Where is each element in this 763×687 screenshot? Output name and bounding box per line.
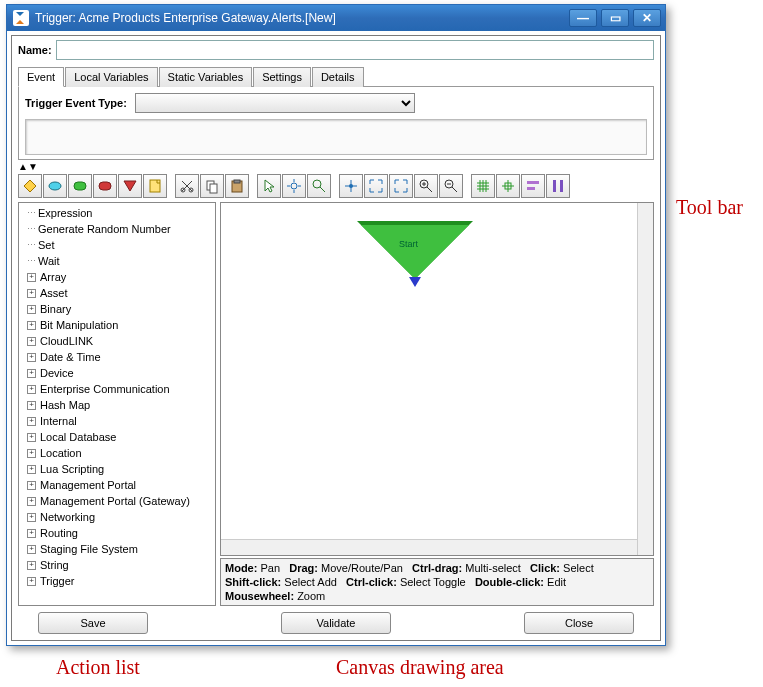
expand-icon[interactable]: + xyxy=(27,481,36,490)
expand-icon[interactable]: + xyxy=(27,417,36,426)
collapse-toggle[interactable]: ▲▼ xyxy=(18,162,654,172)
tab-local-variables[interactable]: Local Variables xyxy=(65,67,157,87)
save-button[interactable]: Save xyxy=(38,612,148,634)
tree-item-label: Management Portal xyxy=(40,479,136,491)
expand-icon[interactable]: + xyxy=(27,561,36,570)
category-date-time[interactable]: +Date & Time xyxy=(21,349,213,365)
shape-ellipse-button[interactable] xyxy=(43,174,67,198)
category-routing[interactable]: +Routing xyxy=(21,525,213,541)
center-button[interactable] xyxy=(339,174,363,198)
name-input[interactable] xyxy=(56,40,654,60)
zoom-tool-button[interactable] xyxy=(307,174,331,198)
expand-icon[interactable]: + xyxy=(27,337,36,346)
zoom-in-button[interactable] xyxy=(414,174,438,198)
tab-details[interactable]: Details xyxy=(312,67,364,87)
svg-rect-22 xyxy=(527,181,539,184)
minimize-button[interactable]: — xyxy=(569,9,597,27)
category-location[interactable]: +Location xyxy=(21,445,213,461)
tree-leaf-icon: ⋯ xyxy=(27,256,35,266)
action-set[interactable]: ⋯Set xyxy=(21,237,213,253)
start-node[interactable] xyxy=(361,225,469,279)
category-array[interactable]: +Array xyxy=(21,269,213,285)
expand-icon[interactable]: + xyxy=(27,369,36,378)
expand-icon[interactable]: + xyxy=(27,289,36,298)
shape-page-button[interactable] xyxy=(143,174,167,198)
fit-selection-button[interactable] xyxy=(389,174,413,198)
scissors-button[interactable] xyxy=(175,174,199,198)
tree-item-label: Wait xyxy=(38,255,60,267)
shape-roundrect-red-button[interactable] xyxy=(93,174,117,198)
action-expression[interactable]: ⋯Expression xyxy=(21,205,213,221)
canvas-vscrollbar[interactable] xyxy=(637,203,653,555)
tab-settings[interactable]: Settings xyxy=(253,67,311,87)
category-management-portal[interactable]: +Management Portal xyxy=(21,477,213,493)
pan-tool-button[interactable] xyxy=(282,174,306,198)
copy-button[interactable] xyxy=(200,174,224,198)
expand-icon[interactable]: + xyxy=(27,577,36,586)
category-internal[interactable]: +Internal xyxy=(21,413,213,429)
align-button[interactable] xyxy=(521,174,545,198)
svg-point-16 xyxy=(349,184,353,188)
paste-button[interactable] xyxy=(225,174,249,198)
annotation-toolbar: Tool bar xyxy=(676,196,743,219)
expand-icon[interactable]: + xyxy=(27,545,36,554)
expand-icon[interactable]: + xyxy=(27,353,36,362)
tree-item-label: Staging File System xyxy=(40,543,138,555)
validate-button[interactable]: Validate xyxy=(281,612,391,634)
action-wait[interactable]: ⋯Wait xyxy=(21,253,213,269)
tab-static-variables[interactable]: Static Variables xyxy=(159,67,253,87)
category-trigger[interactable]: +Trigger xyxy=(21,573,213,589)
close-window-button[interactable]: ✕ xyxy=(633,9,661,27)
expand-icon[interactable]: + xyxy=(27,513,36,522)
expand-icon[interactable]: + xyxy=(27,273,36,282)
expand-icon[interactable]: + xyxy=(27,465,36,474)
snap-button[interactable] xyxy=(496,174,520,198)
category-lua-scripting[interactable]: +Lua Scripting xyxy=(21,461,213,477)
maximize-button[interactable]: ▭ xyxy=(601,9,629,27)
titlebar[interactable]: Trigger: Acme Products Enterprise Gatewa… xyxy=(7,5,665,31)
svg-marker-0 xyxy=(24,180,36,192)
canvas-area: Start Mode: Pan Drag: Move/Route/Pan Ctr… xyxy=(220,202,654,606)
category-enterprise-communication[interactable]: +Enterprise Communication xyxy=(21,381,213,397)
category-management-portal-gateway-[interactable]: +Management Portal (Gateway) xyxy=(21,493,213,509)
fit-window-button[interactable] xyxy=(364,174,388,198)
category-device[interactable]: +Device xyxy=(21,365,213,381)
category-asset[interactable]: +Asset xyxy=(21,285,213,301)
svg-point-13 xyxy=(291,183,297,189)
distribute-button[interactable] xyxy=(546,174,570,198)
close-button[interactable]: Close xyxy=(524,612,634,634)
pointer-tool-button[interactable] xyxy=(257,174,281,198)
zoom-out-button[interactable] xyxy=(439,174,463,198)
tree-item-label: Device xyxy=(40,367,74,379)
expand-icon[interactable]: + xyxy=(27,401,36,410)
expand-icon[interactable]: + xyxy=(27,305,36,314)
category-hash-map[interactable]: +Hash Map xyxy=(21,397,213,413)
category-networking[interactable]: +Networking xyxy=(21,509,213,525)
category-cloudlink[interactable]: +CloudLINK xyxy=(21,333,213,349)
expand-icon[interactable]: + xyxy=(27,449,36,458)
trigger-event-type-select[interactable] xyxy=(135,93,415,113)
canvas[interactable]: Start xyxy=(220,202,654,556)
expand-icon[interactable]: + xyxy=(27,385,36,394)
category-bit-manipulation[interactable]: +Bit Manipulation xyxy=(21,317,213,333)
action-generate-random-number[interactable]: ⋯Generate Random Number xyxy=(21,221,213,237)
shape-triangle-button[interactable] xyxy=(118,174,142,198)
category-staging-file-system[interactable]: +Staging File System xyxy=(21,541,213,557)
svg-rect-3 xyxy=(99,182,111,190)
expand-icon[interactable]: + xyxy=(27,529,36,538)
expand-icon[interactable]: + xyxy=(27,321,36,330)
category-local-database[interactable]: +Local Database xyxy=(21,429,213,445)
shape-diamond-button[interactable] xyxy=(18,174,42,198)
expand-icon[interactable]: + xyxy=(27,497,36,506)
start-output-connector[interactable] xyxy=(409,277,421,287)
category-binary[interactable]: +Binary xyxy=(21,301,213,317)
action-list[interactable]: ⋯Expression⋯Generate Random Number⋯Set⋯W… xyxy=(18,202,216,606)
svg-rect-2 xyxy=(74,182,86,190)
canvas-hscrollbar[interactable] xyxy=(221,539,637,555)
shape-roundrect-green-button[interactable] xyxy=(68,174,92,198)
grid-button[interactable] xyxy=(471,174,495,198)
expand-icon[interactable]: + xyxy=(27,433,36,442)
category-string[interactable]: +String xyxy=(21,557,213,573)
tab-event[interactable]: Event xyxy=(18,67,64,87)
tree-item-label: Array xyxy=(40,271,66,283)
